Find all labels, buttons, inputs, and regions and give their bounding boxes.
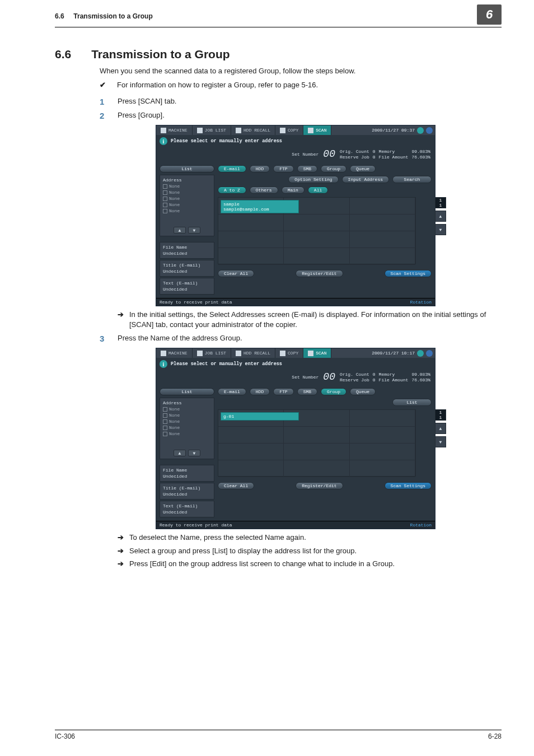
hdd-icon — [236, 128, 241, 133]
footer-page-number: 6-28 — [488, 732, 502, 740]
right-column: E-mail HDD FTP SMB Group Queue Option Se… — [218, 165, 432, 295]
help-dot-icon[interactable] — [426, 127, 433, 134]
info-bar: i Please select or manually enter addres… — [156, 358, 435, 370]
scroll-down-button[interactable]: ▼ — [188, 227, 200, 234]
dest-tab-hdd[interactable]: HDD — [250, 388, 270, 395]
filter-all[interactable]: All — [308, 186, 328, 194]
arrow-icon: ➔ — [118, 310, 124, 329]
address-panel: Address None None None None None ▲ ▼ — [160, 398, 214, 459]
address-grid: sample sample@sample.com — [218, 197, 416, 264]
dest-tab-ftp[interactable]: FTP — [273, 388, 293, 395]
input-address-button[interactable]: Input Address — [342, 176, 389, 183]
tab-joblist[interactable]: JOB LIST — [193, 348, 231, 358]
set-number-value: 00 — [323, 148, 335, 160]
dest-tab-email[interactable]: E-mail — [218, 388, 246, 395]
register-edit-button[interactable]: Register/Edit — [296, 270, 343, 277]
tab-scan[interactable]: SCAN — [303, 125, 331, 135]
clock-area: 2009/11/27 09:37 — [372, 125, 435, 135]
checkmark-text: For information on how to register a Gro… — [117, 81, 318, 89]
clock-text: 2009/11/27 09:37 — [372, 128, 415, 133]
page-indicator: 11 — [435, 409, 446, 421]
dest-tab-group[interactable]: Group — [321, 165, 346, 172]
dest-type-icon — [163, 426, 167, 430]
checkmark-icon: ✔ — [100, 81, 106, 89]
address-card-name: sample — [223, 202, 296, 207]
filter-atoz[interactable]: A to Z — [218, 186, 246, 194]
right-column: E-mail HDD FTP SMB Group Queue List — [218, 388, 432, 517]
footer-model: IC-306 — [55, 732, 75, 740]
dest-type-icon — [163, 407, 167, 412]
page-up-button[interactable]: ▲ — [435, 211, 446, 222]
tab-joblist[interactable]: JOB LIST — [193, 125, 231, 135]
substep-text: To deselect the Name, press the selected… — [129, 533, 306, 543]
info-message: Please select or manually enter address — [171, 138, 282, 144]
dest-type-icon — [163, 419, 167, 424]
register-edit-button[interactable]: Register/Edit — [296, 482, 343, 489]
address-card-email: sample@sample.com — [223, 207, 296, 212]
clear-all-button[interactable]: Clear All — [218, 482, 254, 489]
clear-all-button[interactable]: Clear All — [218, 270, 254, 277]
page-down-button[interactable]: ▼ — [435, 224, 446, 235]
option-setting-button[interactable]: Option Setting — [288, 176, 338, 183]
page-down-button[interactable]: ▼ — [435, 436, 446, 447]
text-email-panel[interactable]: Text (E-mail)Undecided — [160, 278, 214, 295]
dest-tab-email[interactable]: E-mail — [218, 165, 246, 172]
info-bar: i Please select or manually enter addres… — [156, 135, 435, 147]
filter-main[interactable]: Main — [282, 186, 305, 194]
top-tab-bar: MACHINE JOB LIST HDD RECALL COPY SCAN 20… — [156, 125, 435, 135]
search-button[interactable]: Search — [392, 176, 432, 183]
step-text: Press [Group]. — [118, 111, 165, 120]
file-name-panel[interactable]: File NameUndecided — [160, 242, 214, 259]
dest-type-icon — [163, 209, 167, 213]
title-email-panel[interactable]: Title (E-mail)Undecided — [160, 260, 214, 277]
header-section-title: Transmission to a Group — [73, 12, 152, 20]
tab-machine[interactable]: MACHINE — [156, 348, 193, 358]
dest-tab-queue[interactable]: Queue — [350, 165, 376, 172]
machine-icon — [161, 351, 166, 356]
scan-settings-button[interactable]: Scan Settings — [385, 482, 432, 489]
tab-scan[interactable]: SCAN — [303, 348, 331, 358]
dest-type-icon — [163, 197, 167, 201]
title-email-panel[interactable]: Title (E-mail)Undecided — [160, 483, 214, 500]
list-button[interactable]: List — [392, 399, 432, 406]
dest-tab-smb[interactable]: SMB — [297, 165, 317, 172]
filter-others[interactable]: Others — [250, 186, 278, 194]
scroll-up-button[interactable]: ▲ — [174, 227, 186, 234]
step-3-substep-1: ➔ To deselect the Name, press the select… — [118, 533, 502, 543]
scroll-up-button[interactable]: ▲ — [174, 450, 186, 456]
arrow-icon: ➔ — [118, 533, 124, 543]
dest-tab-hdd[interactable]: HDD — [250, 165, 270, 172]
footer-rule — [55, 730, 502, 730]
page-up-button[interactable]: ▲ — [435, 423, 446, 434]
address-card[interactable]: sample sample@sample.com — [221, 200, 299, 213]
dest-tab-group[interactable]: Group — [321, 388, 346, 395]
tab-copy[interactable]: COPY — [275, 125, 303, 135]
list-button[interactable]: List — [160, 388, 214, 395]
section-heading: 6.6 Transmission to a Group — [55, 48, 502, 61]
group-card[interactable]: g-01 — [221, 412, 299, 421]
tab-copy[interactable]: COPY — [275, 348, 303, 358]
tab-hdd-recall[interactable]: HDD RECALL — [231, 348, 275, 358]
tab-machine[interactable]: MACHINE — [156, 125, 193, 135]
screenshot-1: MACHINE JOB LIST HDD RECALL COPY SCAN 20… — [156, 125, 435, 306]
dest-tab-smb[interactable]: SMB — [297, 388, 317, 395]
arrow-icon: ➔ — [118, 546, 124, 556]
step-text: Press [SCAN] tab. — [118, 97, 176, 106]
dest-tab-queue[interactable]: Queue — [350, 388, 376, 395]
set-number-row: Set Number 00 Orig. Count0Memory99.083% … — [156, 370, 435, 386]
tab-hdd-recall[interactable]: HDD RECALL — [231, 125, 275, 135]
help-dot-icon[interactable] — [426, 350, 433, 357]
list-button[interactable]: List — [160, 165, 214, 172]
dest-tab-ftp[interactable]: FTP — [273, 165, 293, 172]
clock-area: 2009/11/27 10:17 — [372, 348, 435, 358]
scan-settings-button[interactable]: Scan Settings — [385, 270, 432, 277]
text-email-panel[interactable]: Text (E-mail)Undecided — [160, 501, 214, 517]
file-name-panel[interactable]: File NameUndecided — [160, 465, 214, 482]
hdd-icon — [236, 351, 241, 356]
address-grid: g-01 — [218, 409, 416, 477]
scroll-down-button[interactable]: ▼ — [188, 450, 200, 456]
info-icon: i — [160, 360, 167, 368]
dest-type-icon — [163, 190, 167, 195]
screenshot-2: MACHINE JOB LIST HDD RECALL COPY SCAN 20… — [156, 348, 435, 529]
header-section-number: 6.6 — [55, 12, 64, 20]
